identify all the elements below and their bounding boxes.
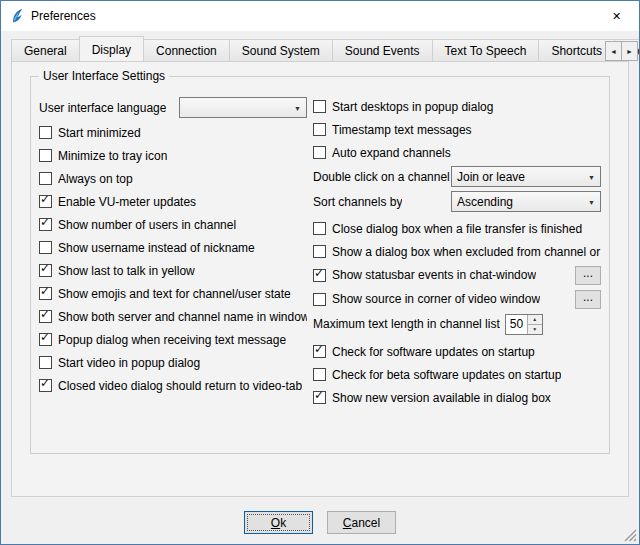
checkbox-box[interactable]: ✓ <box>39 333 52 346</box>
checkbox-box[interactable]: ✓ <box>39 218 52 231</box>
check-icon: ✓ <box>40 285 50 298</box>
arrow-left-icon: ◄ <box>610 48 617 55</box>
tab-connection[interactable]: Connection <box>143 39 230 61</box>
checkbox-label[interactable]: Closed video dialog should return to vid… <box>58 379 302 393</box>
checkbox-label[interactable]: Show new version available in dialog box <box>332 391 551 405</box>
tab-text-to-speech[interactable]: Text To Speech <box>432 39 540 61</box>
cancel-button[interactable]: Cancel <box>327 511 396 534</box>
checkbox-label[interactable]: Minimize to tray icon <box>58 149 167 163</box>
checkbox-label[interactable]: Timestamp text messages <box>332 123 472 137</box>
checkbox-box[interactable]: ✓ <box>39 310 52 323</box>
checkbox-label[interactable]: Always on top <box>58 172 133 186</box>
resize-grip-icon[interactable] <box>624 529 637 542</box>
statusbar-events-browse-button[interactable]: ... <box>575 266 601 285</box>
checkbox-start-desktops-in-popup-dialog[interactable]: ✓ Start desktops in popup dialog <box>313 95 601 118</box>
checkbox-box[interactable]: ✓ <box>39 126 52 139</box>
checkbox-label[interactable]: Show source in corner of video window <box>332 292 540 306</box>
checkbox-box[interactable]: ✓ <box>39 356 52 369</box>
checkbox-box[interactable]: ✓ <box>313 391 326 404</box>
checkbox-enable-vu-meter-updates[interactable]: ✓ Enable VU-meter updates <box>39 190 307 213</box>
checkbox-show-source-in-video-window[interactable]: ✓ Show source in corner of video window … <box>313 287 601 311</box>
checkbox-minimize-to-tray-icon[interactable]: ✓ Minimize to tray icon <box>39 144 307 167</box>
checkbox-box[interactable]: ✓ <box>313 245 326 258</box>
checkbox-start-minimized[interactable]: ✓ Start minimized <box>39 121 307 144</box>
checkbox-box[interactable]: ✓ <box>313 368 326 381</box>
checkbox-label[interactable]: Show last to talk in yellow <box>58 264 195 278</box>
checkbox-box[interactable]: ✓ <box>313 123 326 136</box>
checkbox-box[interactable]: ✓ <box>39 195 52 208</box>
checkbox-show-username-instead-of-nickname[interactable]: ✓ Show username instead of nickname <box>39 236 307 259</box>
checkbox-label[interactable]: Show number of users in channel <box>58 218 236 232</box>
sort-channels-combobox[interactable]: Ascending ▼ <box>451 191 601 212</box>
checkbox-label[interactable]: Close dialog box when a file transfer is… <box>332 222 582 236</box>
check-icon: ✓ <box>314 343 324 356</box>
checkbox-label[interactable]: Popup dialog when receiving text message <box>58 333 286 347</box>
ok-button[interactable]: Ok <box>244 511 313 534</box>
checkbox-closed-video-return-to-video-tab[interactable]: ✓ Closed video dialog should return to v… <box>39 374 307 397</box>
checkbox-label[interactable]: Show emojis and text for channel/user st… <box>58 287 291 301</box>
tab-label: Text To Speech <box>445 44 527 58</box>
checkbox-box[interactable]: ✓ <box>39 287 52 300</box>
checkbox-check-software-updates[interactable]: ✓ Check for software updates on startup <box>313 340 601 363</box>
preferences-window: Preferences ✕ General Display Connection… <box>0 0 640 545</box>
checkbox-label[interactable]: Show statusbar events in chat-window <box>332 268 536 282</box>
spinbox-value[interactable]: 50 <box>506 315 527 334</box>
right-column: ✓ Start desktops in popup dialog ✓ Times… <box>313 95 601 409</box>
checkbox-label[interactable]: Start minimized <box>58 126 141 140</box>
sort-channels-row: Sort channels by Ascending ▼ <box>313 189 601 214</box>
checkbox-always-on-top[interactable]: ✓ Always on top <box>39 167 307 190</box>
titlebar[interactable]: Preferences ✕ <box>1 1 639 31</box>
checkbox-label[interactable]: Start desktops in popup dialog <box>332 100 493 114</box>
checkbox-box[interactable]: ✓ <box>313 100 326 113</box>
max-text-length-label: Maximum text length in channel list <box>313 317 500 331</box>
checkbox-check-beta-updates[interactable]: ✓ Check for beta software updates on sta… <box>313 363 601 386</box>
checkbox-show-emojis-and-text[interactable]: ✓ Show emojis and text for channel/user … <box>39 282 307 305</box>
tab-scroll-right-button[interactable]: ► <box>621 41 638 61</box>
checkbox-box[interactable]: ✓ <box>39 172 52 185</box>
tab-general[interactable]: General <box>11 39 80 61</box>
double-click-combobox[interactable]: Join or leave ▼ <box>451 166 601 187</box>
left-column: User interface language ▼ ✓ Start minimi… <box>39 95 307 409</box>
checkbox-popup-dialog-text-message[interactable]: ✓ Popup dialog when receiving text messa… <box>39 328 307 351</box>
checkbox-box[interactable]: ✓ <box>39 149 52 162</box>
checkbox-start-video-in-popup-dialog[interactable]: ✓ Start video in popup dialog <box>39 351 307 374</box>
checkbox-box[interactable]: ✓ <box>313 269 326 282</box>
spinbox-arrows: ▲ ▼ <box>527 315 542 334</box>
checkbox-box[interactable]: ✓ <box>313 222 326 235</box>
checkbox-label[interactable]: Check for beta software updates on start… <box>332 368 561 382</box>
checkbox-show-statusbar-events[interactable]: ✓ Show statusbar events in chat-window .… <box>313 263 601 287</box>
checkbox-timestamp-text-messages[interactable]: ✓ Timestamp text messages <box>313 118 601 141</box>
checkbox-box[interactable]: ✓ <box>39 379 52 392</box>
checkbox-show-server-and-channel-in-title[interactable]: ✓ Show both server and channel name in w… <box>39 305 307 328</box>
checkbox-show-dialog-when-excluded[interactable]: ✓ Show a dialog box when excluded from c… <box>313 240 601 263</box>
checkbox-label[interactable]: Show username instead of nickname <box>58 241 255 255</box>
checkbox-auto-expand-channels[interactable]: ✓ Auto expand channels <box>313 141 601 164</box>
checkbox-box[interactable]: ✓ <box>313 293 326 306</box>
tab-bar: General Display Connection Sound System … <box>1 31 639 61</box>
tab-shortcuts[interactable]: Shortcuts <box>538 39 615 61</box>
tab-sound-system[interactable]: Sound System <box>229 39 333 61</box>
spin-down-button[interactable]: ▼ <box>528 324 542 334</box>
checkbox-label[interactable]: Check for software updates on startup <box>332 345 535 359</box>
checkbox-show-new-version-dialog[interactable]: ✓ Show new version available in dialog b… <box>313 386 601 409</box>
tab-scroll-left-button[interactable]: ◄ <box>605 41 622 61</box>
checkbox-box[interactable]: ✓ <box>39 241 52 254</box>
checkbox-show-last-to-talk-in-yellow[interactable]: ✓ Show last to talk in yellow <box>39 259 307 282</box>
checkbox-label[interactable]: Show both server and channel name in win… <box>58 310 307 324</box>
max-text-length-spinbox[interactable]: 50 ▲ ▼ <box>505 314 543 335</box>
spin-up-button[interactable]: ▲ <box>528 315 542 324</box>
language-combobox[interactable]: ▼ <box>179 97 307 118</box>
tab-display[interactable]: Display <box>79 36 144 61</box>
checkbox-label[interactable]: Show a dialog box when excluded from cha… <box>332 245 601 259</box>
checkbox-label[interactable]: Auto expand channels <box>332 146 451 160</box>
checkbox-close-dialog-file-transfer-finished[interactable]: ✓ Close dialog box when a file transfer … <box>313 217 601 240</box>
checkbox-show-number-of-users[interactable]: ✓ Show number of users in channel <box>39 213 307 236</box>
close-button[interactable]: ✕ <box>594 1 639 31</box>
tab-sound-events[interactable]: Sound Events <box>332 39 433 61</box>
checkbox-box[interactable]: ✓ <box>39 264 52 277</box>
checkbox-label[interactable]: Start video in popup dialog <box>58 356 200 370</box>
checkbox-box[interactable]: ✓ <box>313 146 326 159</box>
checkbox-label[interactable]: Enable VU-meter updates <box>58 195 196 209</box>
checkbox-box[interactable]: ✓ <box>313 345 326 358</box>
video-source-browse-button[interactable]: ... <box>575 290 601 309</box>
